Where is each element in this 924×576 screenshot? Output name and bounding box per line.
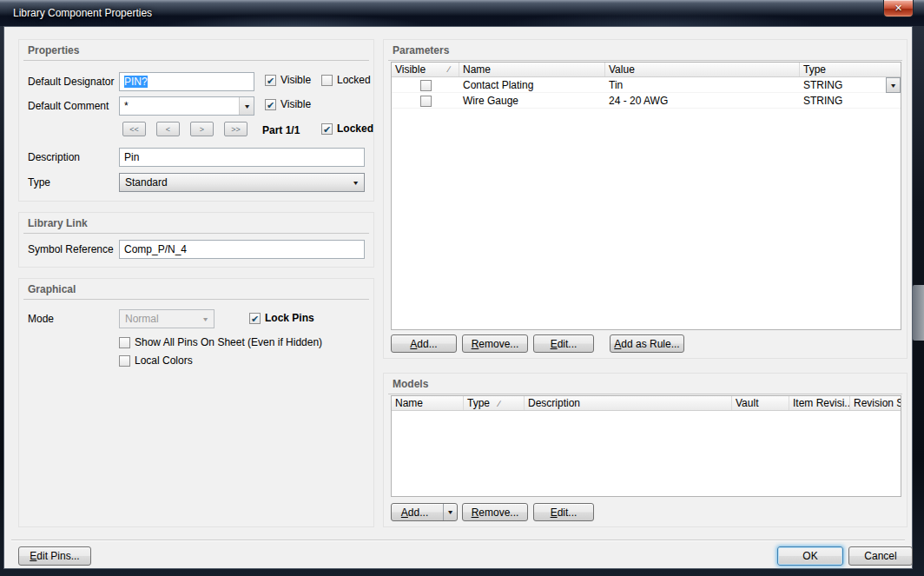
checkbox-icon <box>119 337 130 348</box>
column-header-type[interactable]: Type <box>800 63 901 76</box>
column-header-name[interactable]: Name <box>392 396 464 410</box>
previous-part-button[interactable]: < <box>156 122 180 136</box>
description-input[interactable]: Pin <box>119 148 365 167</box>
first-part-label: << <box>129 125 139 134</box>
add-as-rule-button[interactable]: Add as Rule... <box>610 334 684 353</box>
next-part-button[interactable]: > <box>190 122 214 136</box>
models-table: Name Type∕ Description Vault Item Revisi… <box>391 395 901 497</box>
combobox-dropdown-button[interactable]: ▼ <box>239 97 254 115</box>
parameters-edit-button[interactable]: Edit... <box>533 334 594 353</box>
graphical-header: Graphical <box>28 283 76 295</box>
previous-part-label: < <box>166 125 170 134</box>
checkbox-icon <box>321 75 333 86</box>
combobox-value: * <box>124 100 129 112</box>
ok-button[interactable]: OK <box>777 546 843 566</box>
button-label: Add... <box>392 506 438 519</box>
column-header-label: Visible <box>395 63 426 76</box>
cancel-button[interactable]: Cancel <box>848 546 913 566</box>
column-header-value[interactable]: Value <box>605 63 800 76</box>
parameter-type-dropdown-button[interactable]: ▼ <box>886 77 901 93</box>
parameters-add-button[interactable]: Add... <box>391 334 457 353</box>
part-locked-checkbox[interactable]: ✔ Locked <box>321 122 373 135</box>
parameters-section: Parameters Visible ∕ Name Value Type <box>383 39 908 359</box>
models-table-header: Name Type∕ Description Vault Item Revisi… <box>392 396 901 411</box>
parameter-value[interactable]: 24 - 20 AWG <box>605 95 800 107</box>
button-label: Add... <box>410 338 437 350</box>
parameters-remove-button[interactable]: Remove... <box>462 334 528 353</box>
local-colors-checkbox[interactable]: Local Colors <box>119 354 193 367</box>
default-comment-combobox[interactable]: * ▼ <box>119 96 254 116</box>
chevron-down-icon[interactable]: ▼ <box>442 509 459 515</box>
column-header-description[interactable]: Description <box>525 396 732 410</box>
parameter-visible-cell <box>392 78 459 90</box>
dropdown-value: Standard <box>125 176 168 189</box>
default-designator-input[interactable]: PIN? <box>119 72 254 91</box>
models-edit-button[interactable]: Edit... <box>533 503 594 521</box>
column-header-type[interactable]: Type∕ <box>464 396 525 410</box>
mode-label: Mode <box>28 313 54 325</box>
symbol-reference-input[interactable]: Comp_P/N_4 <box>119 240 365 259</box>
description-label: Description <box>28 151 80 163</box>
close-icon: ✕ <box>894 3 902 13</box>
column-header-label: Type <box>803 63 826 76</box>
column-header-vault[interactable]: Vault <box>732 396 789 410</box>
checkbox-label: Show All Pins On Sheet (Even if Hidden) <box>135 336 322 348</box>
last-part-button[interactable]: >> <box>224 122 248 136</box>
lock-pins-checkbox[interactable]: ✔ Lock Pins <box>249 312 314 324</box>
button-label: Edit... <box>551 338 578 350</box>
parameter-row[interactable]: Wire Gauge 24 - 20 AWG STRING <box>392 93 901 109</box>
show-all-pins-checkbox[interactable]: Show All Pins On Sheet (Even if Hidden) <box>119 336 322 348</box>
parameter-visible-checkbox[interactable] <box>420 96 432 107</box>
section-divider <box>23 299 369 300</box>
checkbox-label: Lock Pins <box>265 312 314 324</box>
part-indicator: Part 1/1 <box>262 124 300 136</box>
column-header-label: Vault <box>736 397 758 409</box>
close-button[interactable]: ✕ <box>883 0 914 17</box>
column-header-label: Name <box>463 63 491 76</box>
column-header-item-revision[interactable]: Item Revisi... <box>789 396 850 410</box>
models-add-button[interactable]: Add... ▼ <box>391 503 458 521</box>
designator-locked-checkbox[interactable]: Locked <box>321 74 371 86</box>
column-header-name[interactable]: Name <box>459 63 605 76</box>
column-header-label: Revision S... <box>854 397 901 409</box>
checkbox-icon: ✔ <box>265 75 276 86</box>
background-window-edge <box>913 285 924 341</box>
column-header-label: Type <box>467 397 490 409</box>
parameter-row[interactable]: Contact Plating Tin STRING <box>392 77 901 93</box>
chevron-down-icon: ▼ <box>243 103 251 109</box>
models-section: Models Name Type∕ Description Vault <box>383 373 908 527</box>
chevron-down-icon: ▼ <box>201 316 209 322</box>
parameter-name[interactable]: Wire Gauge <box>459 95 605 107</box>
mode-dropdown[interactable]: Normal ▼ <box>119 309 214 328</box>
properties-header: Properties <box>28 44 79 56</box>
edit-pins-button[interactable]: Edit Pins... <box>18 546 91 566</box>
type-label: Type <box>28 176 50 189</box>
checkbox-label: Visible <box>280 98 311 110</box>
library-link-header: Library Link <box>28 217 88 229</box>
models-remove-button[interactable]: Remove... <box>462 503 528 521</box>
titlebar[interactable]: Library Component Properties ✕ <box>0 0 924 26</box>
designator-visible-checkbox[interactable]: ✔ Visible <box>265 74 311 86</box>
column-header-label: Item Revisi... <box>793 397 850 409</box>
type-dropdown[interactable]: Standard ▼ <box>119 173 365 192</box>
column-header-label: Value <box>609 63 635 76</box>
chevron-down-icon: ▼ <box>352 180 360 186</box>
column-header-visible[interactable]: Visible ∕ <box>392 63 459 76</box>
parameter-name[interactable]: Contact Plating <box>459 79 605 91</box>
parameter-type[interactable]: STRING <box>800 95 901 107</box>
column-header-label: Name <box>395 397 423 409</box>
default-comment-label: Default Comment <box>28 100 109 112</box>
sort-ascending-icon: ∕ <box>448 64 450 74</box>
library-component-properties-window: Library Component Properties ✕ Propertie… <box>0 0 924 576</box>
section-divider <box>388 394 902 394</box>
section-divider <box>388 60 902 61</box>
column-header-revision-state[interactable]: Revision S... <box>850 396 901 410</box>
button-label: Remove... <box>472 506 519 519</box>
first-part-button[interactable]: << <box>122 122 146 136</box>
parameter-value[interactable]: Tin <box>605 79 800 91</box>
section-divider <box>23 233 369 234</box>
symbol-reference-label: Symbol Reference <box>28 243 114 255</box>
column-header-label: Description <box>528 397 580 409</box>
parameter-visible-checkbox[interactable] <box>420 80 432 91</box>
comment-visible-checkbox[interactable]: ✔ Visible <box>265 98 311 110</box>
